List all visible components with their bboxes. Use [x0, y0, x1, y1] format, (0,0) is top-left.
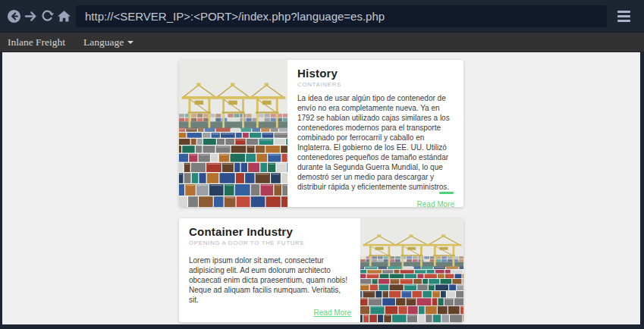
- card-text: La idea de usar algún tipo de contenedor…: [297, 93, 454, 192]
- cards-container: History CONTAINERS La idea de usar algún…: [179, 60, 463, 322]
- container-industry-card: Container Industry OPENING A DOOR TO THE…: [179, 218, 463, 322]
- read-more-area: Read More: [297, 192, 454, 207]
- container-port-photo: [179, 60, 287, 207]
- browser-toolbar: http://<SERVER_IP>:<PORT>/index.php?lang…: [0, 0, 644, 33]
- language-label: Language: [83, 36, 124, 49]
- back-icon[interactable]: [6, 8, 21, 24]
- read-more-link[interactable]: Read More: [314, 309, 351, 317]
- caret-down-icon: [127, 41, 134, 44]
- card-title: History: [297, 67, 454, 80]
- page-content: History CONTAINERS La idea de usar algún…: [2, 52, 640, 324]
- card-subtitle: OPENING A DOOR TO THE FUTURE: [189, 240, 351, 246]
- url-bar[interactable]: http://<SERVER_IP>:<PORT>/index.php?lang…: [76, 5, 607, 27]
- history-card-body: History CONTAINERS La idea de usar algún…: [287, 60, 463, 207]
- home-icon[interactable]: [56, 8, 71, 24]
- industry-card-body: Container Industry OPENING A DOOR TO THE…: [179, 218, 360, 322]
- container-port-photo: [360, 218, 463, 322]
- accent-divider: [439, 192, 454, 194]
- refresh-icon[interactable]: [39, 8, 55, 24]
- card-text: Lorem ipsum dolor sit amet, consectetur …: [189, 255, 351, 305]
- forward-icon[interactable]: [23, 8, 38, 24]
- site-navbar: Inlane Freight Language: [0, 33, 644, 52]
- url-text: http://<SERVER_IP>:<PORT>/index.php?lang…: [85, 10, 385, 23]
- industry-card-image: [360, 218, 463, 322]
- brand-link[interactable]: Inlane Freight: [8, 36, 65, 49]
- history-card: History CONTAINERS La idea de usar algún…: [179, 60, 463, 207]
- browser-nav-buttons: [6, 8, 71, 24]
- read-more-area: Read More: [189, 305, 351, 318]
- card-title: Container Industry: [189, 225, 351, 238]
- menu-icon[interactable]: [614, 8, 633, 25]
- history-card-image: [179, 60, 287, 207]
- language-dropdown[interactable]: Language: [83, 36, 134, 49]
- card-subtitle: CONTAINERS: [297, 81, 454, 88]
- read-more-link[interactable]: Read More: [417, 200, 454, 207]
